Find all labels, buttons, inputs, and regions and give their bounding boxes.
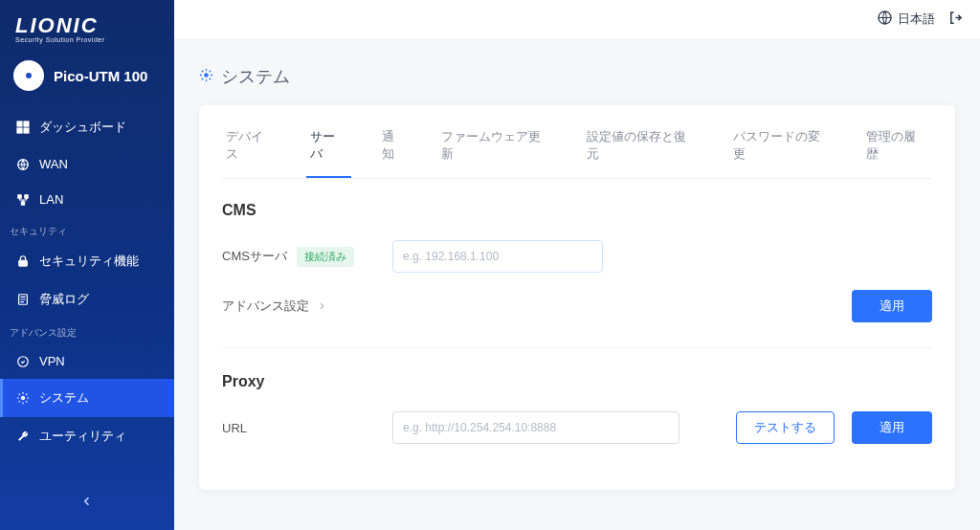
brand-tagline: Security Solution Provider (15, 36, 159, 43)
svg-rect-3 (24, 128, 29, 133)
page-title-row: システム (199, 65, 955, 88)
proxy-url-label-wrap: URL (222, 421, 375, 435)
section-divider (222, 347, 932, 348)
svg-rect-5 (18, 194, 22, 198)
sidebar-item-label: ダッシュボード (39, 119, 126, 136)
chevron-right-icon (317, 299, 326, 314)
svg-rect-2 (17, 128, 22, 133)
vpn-icon (16, 355, 30, 368)
proxy-test-button[interactable]: テストする (736, 411, 835, 444)
gear-icon (16, 391, 30, 405)
tab-backup[interactable]: 設定値の保存と復元 (583, 119, 702, 178)
proxy-section-title: Proxy (222, 373, 932, 390)
cms-server-label: CMSサーバ (222, 248, 287, 265)
tab-bar: デバイス サーバ 通知 ファームウェア更新 設定値の保存と復元 パスワードの変更… (222, 119, 932, 179)
gear-icon (199, 67, 213, 87)
language-switcher[interactable]: 日本語 (878, 11, 935, 28)
sidebar-item-dashboard[interactable]: ダッシュボード (0, 108, 174, 146)
svg-point-11 (21, 396, 25, 400)
sidebar-item-label: LAN (39, 192, 63, 207)
sidebar-item-utility[interactable]: ユーティリティ (0, 417, 174, 455)
page-title: システム (221, 65, 290, 88)
sidebar-item-security-features[interactable]: セキュリティ機能 (0, 242, 174, 280)
cms-server-row: CMSサーバ 接続済み (222, 240, 932, 273)
sidebar-item-vpn[interactable]: VPN (0, 343, 174, 379)
cms-apply-row: アドバンス設定 適用 (222, 290, 932, 322)
tab-notify[interactable]: 通知 (378, 119, 411, 178)
sidebar-section-advanced: アドバンス設定 (0, 319, 174, 343)
sidebar: LIONIC Security Solution Provider Pico-U… (0, 0, 174, 530)
sidebar-item-threat-log[interactable]: 脅威ログ (0, 280, 174, 319)
sidebar-item-system[interactable]: システム (0, 379, 174, 417)
dashboard-icon (16, 121, 30, 134)
cms-section-title: CMS (222, 202, 932, 219)
sidebar-item-label: セキュリティ機能 (39, 253, 139, 270)
svg-rect-8 (19, 260, 28, 266)
cms-advanced-label: アドバンス設定 (222, 298, 309, 315)
cms-status-badge: 接続済み (297, 247, 354, 267)
tab-firmware[interactable]: ファームウェア更新 (437, 119, 557, 178)
svg-rect-1 (24, 121, 29, 126)
cms-server-input[interactable] (392, 240, 603, 273)
log-icon (16, 293, 30, 306)
settings-card: デバイス サーバ 通知 ファームウェア更新 設定値の保存と復元 パスワードの変更… (199, 105, 955, 490)
sidebar-item-label: VPN (39, 354, 65, 368)
sidebar-item-label: システム (39, 389, 89, 407)
svg-rect-7 (21, 201, 25, 205)
sidebar-collapse-button[interactable] (0, 484, 174, 520)
proxy-url-input[interactable] (392, 411, 679, 444)
topbar: 日本語 (174, 0, 980, 38)
sidebar-item-lan[interactable]: LAN (0, 182, 174, 217)
logout-icon[interactable] (948, 11, 963, 29)
product-avatar (13, 60, 44, 91)
svg-rect-6 (25, 194, 29, 198)
cms-server-label-wrap: CMSサーバ 接続済み (222, 247, 375, 267)
globe-icon (878, 11, 892, 28)
chevron-left-icon (81, 494, 93, 511)
main: 日本語 システム デバイス サーバ 通知 ファームウェア更新 設定値の保存と復元… (174, 0, 980, 530)
content: システム デバイス サーバ 通知 ファームウェア更新 設定値の保存と復元 パスワ… (174, 38, 980, 530)
product-name: Pico-UTM 100 (54, 68, 147, 84)
proxy-url-row: URL テストする 適用 (222, 411, 932, 444)
sidebar-item-label: ユーティリティ (39, 428, 126, 445)
lock-icon (16, 254, 30, 268)
globe-icon (16, 158, 30, 171)
product-header: Pico-UTM 100 (0, 49, 174, 108)
sidebar-item-label: WAN (39, 157, 68, 171)
brand-name: LIONIC (15, 13, 159, 38)
wrench-icon (16, 430, 30, 443)
cms-advanced-toggle[interactable]: アドバンス設定 (222, 298, 326, 315)
sidebar-item-label: 脅威ログ (39, 291, 89, 308)
proxy-apply-button[interactable]: 適用 (852, 411, 932, 444)
proxy-url-label: URL (222, 421, 247, 435)
tab-server[interactable]: サーバ (306, 119, 351, 178)
tab-device[interactable]: デバイス (222, 119, 279, 178)
sidebar-item-wan[interactable]: WAN (0, 146, 174, 182)
svg-point-10 (18, 356, 29, 366)
avatar-dot (26, 73, 32, 78)
svg-rect-0 (17, 121, 22, 126)
lan-icon (16, 193, 30, 207)
svg-point-13 (205, 73, 209, 77)
brand-logo: LIONIC Security Solution Provider (0, 0, 174, 49)
tab-password[interactable]: パスワードの変更 (729, 119, 836, 178)
language-label: 日本語 (898, 11, 935, 28)
sidebar-section-security: セキュリティ (0, 217, 174, 242)
tab-history[interactable]: 管理の履歴 (862, 119, 932, 178)
cms-apply-button[interactable]: 適用 (852, 290, 932, 322)
